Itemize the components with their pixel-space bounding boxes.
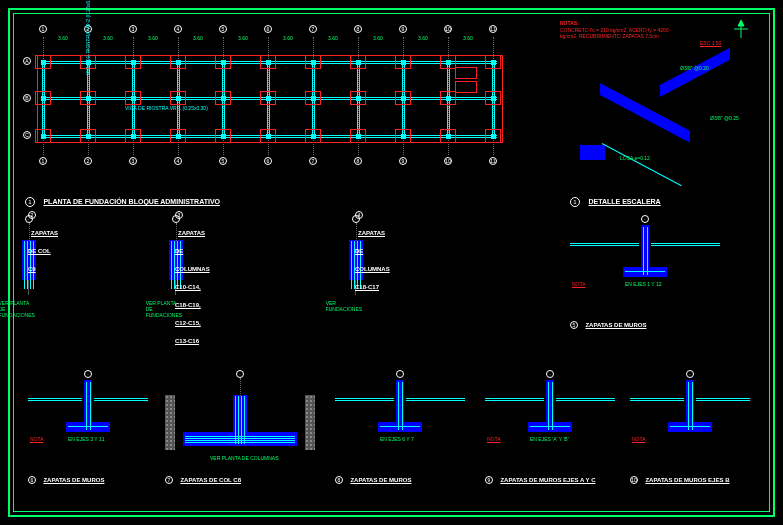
rebar-v	[552, 382, 553, 430]
stair-detail: Ø3/8" @0.20 Ø3/8" @0.25 LOSA e=0.12	[570, 55, 750, 175]
detail-bubble: 3	[175, 211, 183, 219]
grid-bubble-bottom: 11	[489, 157, 497, 165]
grid-bubble-top: 1	[39, 25, 47, 33]
column-marker	[491, 134, 496, 139]
wall-footing-sub: EN EJES 'A' Y 'B'	[530, 436, 569, 442]
wall-footing-sub: EN EJES 6 Y 7	[380, 436, 414, 442]
detail-bubble: 8	[335, 476, 343, 484]
floor-left	[630, 398, 684, 401]
column-marker	[41, 96, 46, 101]
detail-title: ZAPATAS DE COL C9	[28, 230, 58, 272]
stair-outline-2	[455, 81, 477, 93]
grid-bubble-top: 3	[129, 25, 137, 33]
notas-heading: NOTAS:	[560, 20, 579, 26]
detail-bubble: 4	[355, 211, 363, 219]
footing-detail: ·EN EJES 1 Y 12NOTA 5 ZAPATAS DE MUROS	[570, 215, 720, 325]
grid-bubble-top: 5	[219, 25, 227, 33]
grid-bubble-left: A	[23, 57, 31, 65]
column-marker	[446, 60, 451, 65]
detail-title-row: 9 ZAPATAS DE MUROS EJES A Y C	[485, 468, 595, 486]
rebar-v	[351, 241, 352, 289]
grid-bubble-bottom: 3	[129, 157, 137, 165]
column-marker	[401, 60, 406, 65]
detail-bubble: 5	[570, 321, 578, 329]
grid-bubble-top: 10	[444, 25, 452, 33]
plan-dim: 3.60	[463, 35, 473, 41]
grid-bubble-bottom: 9	[399, 157, 407, 165]
stair-outline-1	[455, 67, 477, 79]
detail-title: ZAPATAS DE COLUMNAS C10-C14, C18-C19, C1…	[175, 230, 210, 344]
footing-detail: ·VER PLANTA DE COLUMNAS 7 ZAPATAS DE COL…	[165, 370, 315, 480]
stair-title-row: 1 DETALLE ESCALERA	[570, 190, 661, 208]
grid-bubble-top: 11	[489, 25, 497, 33]
wall-footing-sub: EN EJES 3 Y 11	[68, 436, 105, 442]
plan-dim: 3.60	[58, 35, 68, 41]
column-marker	[131, 134, 136, 139]
detail-title: ZAPATAS DE MUROS EJES B	[645, 477, 729, 483]
floor-left	[570, 243, 639, 246]
rebar-h	[185, 438, 295, 439]
grid-bubble-top: 7	[309, 25, 317, 33]
detail-bubble: 9	[485, 476, 493, 484]
scale-label: ESC 1:50	[700, 40, 721, 46]
plan-dim: 3.60	[283, 35, 293, 41]
column-marker	[221, 96, 226, 101]
column-marker	[356, 134, 361, 139]
column-marker	[401, 96, 406, 101]
nota-label: NOTA	[30, 436, 44, 442]
column-marker	[356, 60, 361, 65]
column-marker	[221, 134, 226, 139]
column-marker	[41, 134, 46, 139]
column-marker	[446, 96, 451, 101]
floor-right	[94, 398, 148, 401]
column-marker	[131, 60, 136, 65]
section-grid-line	[240, 378, 241, 396]
section-grid-bubble: ·	[84, 370, 92, 378]
column-marker	[86, 96, 91, 101]
detail-title-row: 3 ZAPATAS DE COLUMNAS C10-C14, C18-C19, …	[175, 203, 210, 347]
column-marker	[311, 96, 316, 101]
column-marker	[266, 134, 271, 139]
beam-label-v: VIGA DE RIOSTRA VR-2 (0.25x0.30)	[85, 0, 91, 75]
footing-sub: VER FUNDACIONES	[326, 300, 362, 312]
section-grid-bubble: ·	[641, 215, 649, 223]
floor-left	[485, 398, 544, 401]
detail-title: ZAPATAS DE MUROS	[585, 322, 646, 328]
rebar-h	[530, 426, 570, 427]
nota-label: NOTA	[487, 436, 501, 442]
detail-bubble: 7	[165, 476, 173, 484]
column-marker	[41, 60, 46, 65]
footing-sub: VER PLANTA DE COLUMNAS	[210, 455, 279, 461]
column-marker	[401, 134, 406, 139]
rebar-v	[90, 382, 91, 430]
foundation-plan: 13.60123.60233.60343.60453.60563.60673.6…	[25, 25, 515, 175]
footing-detail: ·EN EJES 3 Y 11NOTA 6 ZAPATAS DE MUROS	[28, 370, 148, 480]
grid-bubble-bottom: 10	[444, 157, 452, 165]
floor-left	[28, 398, 82, 401]
rebar-v	[688, 382, 689, 430]
column-marker	[266, 96, 271, 101]
column-marker	[311, 134, 316, 139]
footing-detail: ·EN EJES 'A' Y 'B'NOTA 9 ZAPATAS DE MURO…	[485, 370, 615, 480]
rebar-v	[402, 382, 403, 430]
grid-bubble-bottom: 2	[84, 157, 92, 165]
plan-dim: 3.60	[238, 35, 248, 41]
column-marker	[176, 60, 181, 65]
footing-detail: ·NOTA 10 ZAPATAS DE MUROS EJES B	[630, 370, 750, 480]
detail-title-row: 4 ZAPATAS DE COLUMNAS C18-C17	[355, 203, 390, 293]
column-marker	[176, 96, 181, 101]
floor-left	[335, 398, 394, 401]
plan-dim: 3.60	[373, 35, 383, 41]
column-marker	[266, 60, 271, 65]
grid-bubble-top: 4	[174, 25, 182, 33]
detail-title: ZAPATAS DE MUROS EJES A Y C	[500, 477, 595, 483]
detail-title: ZAPATAS DE MUROS	[43, 477, 104, 483]
section-grid-bubble: ·	[546, 370, 554, 378]
stair-rebar-main-label: Ø3/8" @0.20	[680, 65, 709, 71]
floor-right	[406, 398, 465, 401]
grid-bubble-bottom: 7	[309, 157, 317, 165]
detail-title-row: 5 ZAPATAS DE MUROS	[570, 313, 646, 331]
plan-dim: 3.60	[193, 35, 203, 41]
stair-flight-1	[600, 83, 690, 143]
detail-title: ZAPATAS DE MUROS	[350, 477, 411, 483]
